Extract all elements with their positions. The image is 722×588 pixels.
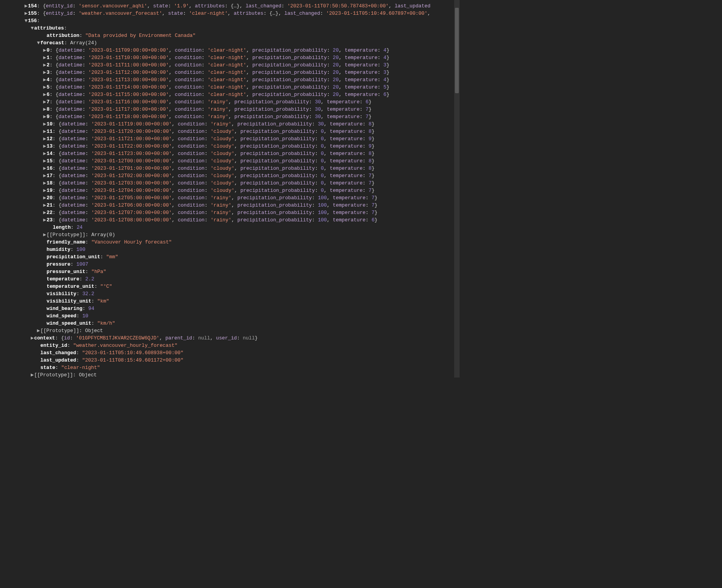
expand-arrow-icon[interactable]: ▶ xyxy=(43,76,47,84)
expand-arrow-icon[interactable]: ▶ xyxy=(36,327,40,334)
collapsed-object-row[interactable]: ▶154: {entity_id: 'sensor.vancouver_aqhi… xyxy=(0,2,460,10)
attribute-prop-row[interactable]: temperature: 2.2 xyxy=(0,275,460,283)
expand-arrow-icon[interactable]: ▶ xyxy=(24,10,28,17)
forecast-item-row[interactable]: ▶4: {datetime: '2023-01-11T13:00:00+00:0… xyxy=(0,76,460,84)
attribute-prop-row[interactable]: pressure: 1007 xyxy=(0,261,460,268)
forecast-item-row[interactable]: ▶3: {datetime: '2023-01-11T12:00:00+00:0… xyxy=(0,69,460,76)
forecast-item-row[interactable]: ▶15: {datetime: '2023-01-12T00:00:00+00:… xyxy=(0,157,460,165)
forecast-item-row[interactable]: ▶22: {datetime: '2023-01-12T07:00:00+00:… xyxy=(0,209,460,216)
expand-arrow-icon[interactable]: ▶ xyxy=(43,179,47,187)
key: temperature xyxy=(47,276,79,282)
forecast-item-row[interactable]: ▶8: {datetime: '2023-01-11T17:00:00+00:0… xyxy=(0,106,460,113)
value-number: 30 xyxy=(315,99,321,105)
value-number: 9 xyxy=(368,143,371,149)
forecast-row[interactable]: ▼forecast: Array(24) xyxy=(0,39,460,47)
expand-arrow-icon[interactable]: ▶ xyxy=(43,106,47,113)
forecast-item-row[interactable]: ▶0: {datetime: '2023-01-11T09:00:00+00:0… xyxy=(0,47,460,54)
expand-arrow-icon[interactable]: ▶ xyxy=(43,91,47,98)
forecast-item-row[interactable]: ▶19: {datetime: '2023-01-12T04:00:00+00:… xyxy=(0,187,460,194)
forecast-item-row[interactable]: ▶6: {datetime: '2023-01-11T15:00:00+00:0… xyxy=(0,91,460,98)
expand-arrow-icon[interactable]: ▶ xyxy=(43,84,47,91)
expand-arrow-icon[interactable]: ▶ xyxy=(43,98,47,106)
expand-arrow-icon[interactable]: ▶ xyxy=(43,61,47,69)
expand-arrow-icon[interactable]: ▶ xyxy=(24,2,28,10)
expand-arrow-icon[interactable]: ▼ xyxy=(36,39,40,47)
attribute-prop-row[interactable]: pressure_unit: "hPa" xyxy=(0,268,460,275)
prototype-row[interactable]: ▶[[Prototype]]: Object xyxy=(0,371,460,378)
value-number: 2.2 xyxy=(85,276,94,282)
forecast-item-row[interactable]: ▶16: {datetime: '2023-01-12T01:00:00+00:… xyxy=(0,165,460,172)
attributes-row[interactable]: ▼attributes: xyxy=(0,24,460,32)
expand-arrow-icon[interactable]: ▶ xyxy=(43,47,47,54)
attribute-prop-row[interactable]: visibility_unit: "km" xyxy=(0,297,460,305)
attribute-prop-row[interactable]: humidity: 100 xyxy=(0,246,460,253)
attribute-prop-row[interactable]: wind_speed: 10 xyxy=(0,312,460,320)
forecast-item-row[interactable]: ▶2: {datetime: '2023-01-11T11:00:00+00:0… xyxy=(0,61,460,69)
attribute-prop-row[interactable]: visibility: 32.2 xyxy=(0,290,460,297)
expand-arrow-icon[interactable]: ▶ xyxy=(43,165,47,172)
forecast-item-row[interactable]: ▶5: {datetime: '2023-01-11T14:00:00+00:0… xyxy=(0,84,460,91)
attribute-prop-row[interactable]: wind_speed_unit: "km/h" xyxy=(0,320,460,327)
vertical-scrollbar[interactable] xyxy=(454,0,460,378)
forecast-item-row[interactable]: ▶14: {datetime: '2023-01-11T23:00:00+00:… xyxy=(0,150,460,157)
expand-arrow-icon[interactable]: ▶ xyxy=(43,120,47,128)
expand-arrow-icon[interactable]: ▶ xyxy=(43,187,47,194)
key: precipitation_probability xyxy=(240,188,315,193)
array-index: 12 xyxy=(47,136,52,142)
attribution-row[interactable]: attribution: "Data provided by Environme… xyxy=(0,32,460,39)
expand-arrow-icon[interactable]: ▶ xyxy=(43,128,47,135)
expand-arrow-icon[interactable]: ▶ xyxy=(43,150,47,157)
key: temperature xyxy=(327,106,359,112)
forecast-item-row[interactable]: ▶10: {datetime: '2023-01-11T19:00:00+00:… xyxy=(0,120,460,128)
expanded-object-row[interactable]: ▼156: xyxy=(0,17,460,24)
expand-arrow-icon[interactable]: ▶ xyxy=(43,113,47,120)
expand-arrow-icon[interactable]: ▶ xyxy=(43,216,47,224)
tail-prop-row[interactable]: last_changed: "2023-01-11T05:10:49.60893… xyxy=(0,349,460,357)
expand-arrow-icon[interactable]: ▶ xyxy=(43,209,47,216)
tail-prop-row[interactable]: last_updated: "2023-01-11T08:15:49.60117… xyxy=(0,357,460,364)
collapsed-object-row[interactable]: ▶155: {entity_id: 'weather.vancouver_for… xyxy=(0,10,460,17)
scrollbar-thumb[interactable] xyxy=(455,8,459,93)
expand-arrow-icon[interactable]: ▶ xyxy=(43,69,47,76)
expand-arrow-icon[interactable]: ▶ xyxy=(43,54,47,61)
prototype-row[interactable]: ▶[[Prototype]]: Object xyxy=(0,327,460,334)
expand-arrow-icon[interactable]: ▶ xyxy=(43,202,47,209)
attribute-prop-row[interactable]: precipitation_unit: "mm" xyxy=(0,253,460,261)
array-index: 13 xyxy=(47,143,52,149)
key: temperature xyxy=(330,165,363,171)
expand-arrow-icon[interactable]: ▶ xyxy=(43,231,47,238)
attribute-prop-row[interactable]: wind_bearing: 94 xyxy=(0,305,460,312)
value-string: '2023-01-11T17:00:00+00:00' xyxy=(89,106,169,112)
forecast-item-row[interactable]: ▶20: {datetime: '2023-01-12T05:00:00+00:… xyxy=(0,194,460,202)
attribute-prop-row[interactable]: temperature_unit: "°C" xyxy=(0,283,460,290)
key-attributes: attributes xyxy=(34,25,64,31)
forecast-item-row[interactable]: ▶12: {datetime: '2023-01-11T21:00:00+00:… xyxy=(0,135,460,143)
expand-arrow-icon[interactable]: ▼ xyxy=(30,24,34,32)
expand-arrow-icon[interactable]: ▶ xyxy=(43,143,47,150)
tail-prop-row[interactable]: state: "clear-night" xyxy=(0,364,460,371)
forecast-item-row[interactable]: ▶7: {datetime: '2023-01-11T16:00:00+00:0… xyxy=(0,98,460,106)
expand-arrow-icon[interactable]: ▶ xyxy=(43,157,47,165)
forecast-item-row[interactable]: ▶11: {datetime: '2023-01-11T20:00:00+00:… xyxy=(0,128,460,135)
attribute-prop-row[interactable]: friendly_name: "Vancouver Hourly forecas… xyxy=(0,238,460,246)
forecast-item-row[interactable]: ▶17: {datetime: '2023-01-12T02:00:00+00:… xyxy=(0,172,460,179)
value-number: 4 xyxy=(384,47,387,53)
expand-arrow-icon[interactable]: ▶ xyxy=(43,194,47,202)
forecast-item-row[interactable]: ▶18: {datetime: '2023-01-12T03:00:00+00:… xyxy=(0,179,460,187)
expand-arrow-icon[interactable]: ▶ xyxy=(30,334,34,342)
expand-arrow-icon[interactable]: ▶ xyxy=(43,135,47,143)
value-string: "2023-01-11T08:15:49.601172+00:00" xyxy=(82,357,184,363)
forecast-item-row[interactable]: ▶13: {datetime: '2023-01-11T22:00:00+00:… xyxy=(0,143,460,150)
prototype-row[interactable]: ▶[[Prototype]]: Array(0) xyxy=(0,231,460,238)
forecast-item-row[interactable]: ▶23: {datetime: '2023-01-12T08:00:00+00:… xyxy=(0,216,460,224)
context-row[interactable]: ▶context: {id: '01GPFYCMB1TJKVAR2CZEGW6Q… xyxy=(0,334,460,342)
forecast-item-row[interactable]: ▶1: {datetime: '2023-01-11T10:00:00+00:0… xyxy=(0,54,460,61)
key: condition xyxy=(175,47,201,53)
expand-arrow-icon[interactable]: ▶ xyxy=(43,172,47,179)
forecast-item-row[interactable]: ▶9: {datetime: '2023-01-11T18:00:00+00:0… xyxy=(0,113,460,120)
expand-arrow-icon[interactable]: ▼ xyxy=(24,17,28,24)
expand-arrow-icon[interactable]: ▶ xyxy=(30,371,34,378)
forecast-length-row[interactable]: length: 24 xyxy=(0,224,460,231)
forecast-item-row[interactable]: ▶21: {datetime: '2023-01-12T06:00:00+00:… xyxy=(0,202,460,209)
tail-prop-row[interactable]: entity_id: "weather.vancouver_hourly_for… xyxy=(0,342,460,349)
